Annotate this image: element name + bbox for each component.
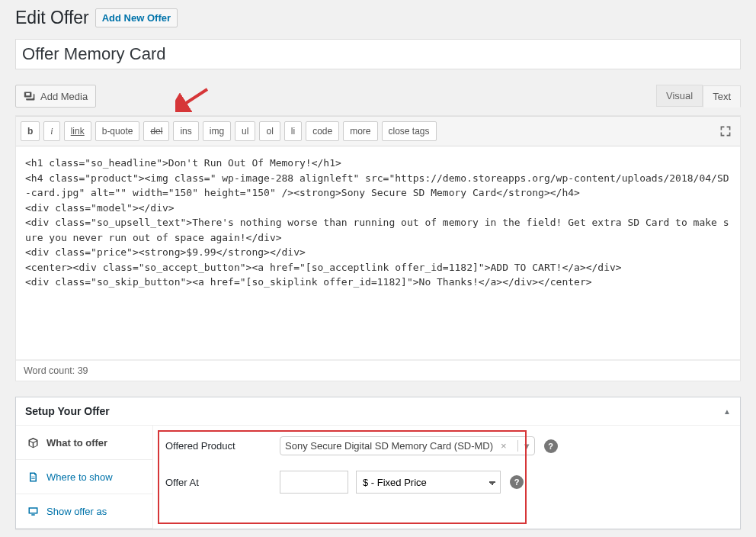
sidetab-label: Where to show <box>46 471 113 483</box>
sidetab-where-to-show[interactable]: Where to show <box>16 460 152 494</box>
toolbar-li-button[interactable]: li <box>284 121 302 141</box>
setup-heading: Setup Your Offer <box>25 405 110 417</box>
sidetab-label: What to offer <box>46 437 107 449</box>
help-icon[interactable]: ? <box>544 439 558 453</box>
fullscreen-icon <box>719 125 732 137</box>
offer-at-type-select[interactable]: $ - Fixed Price <box>356 471 501 494</box>
monitor-icon <box>27 505 39 517</box>
page-title: Edit Offer <box>15 8 89 28</box>
add-media-label: Add Media <box>40 91 88 102</box>
chevron-down-icon[interactable]: ▾ <box>517 440 530 452</box>
sidetab-show-offer-as[interactable]: Show offer as <box>16 494 152 529</box>
media-icon <box>24 90 36 102</box>
offered-product-select[interactable]: Sony Secure Digital SD Memory Card (SD-M… <box>280 436 535 455</box>
toolbar-ol-button[interactable]: ol <box>259 121 280 141</box>
toolbar-bquote-button[interactable]: b-quote <box>95 121 140 141</box>
collapse-toggle[interactable]: ▲ <box>723 407 731 416</box>
add-media-button[interactable]: Add Media <box>15 85 96 108</box>
tab-visual[interactable]: Visual <box>656 85 703 107</box>
toolbar-bold-button[interactable]: b <box>21 121 40 141</box>
sidetab-label: Show offer as <box>46 506 107 517</box>
toolbar-ins-button[interactable]: ins <box>173 121 198 141</box>
help-icon[interactable]: ? <box>510 475 524 489</box>
toolbar-del-button[interactable]: del <box>143 121 169 141</box>
editor-toolbar: b i link b-quote del ins img ul ol li co… <box>16 116 740 146</box>
offer-at-label: Offer At <box>165 477 280 488</box>
offered-product-value: Sony Secure Digital SD Memory Card (SD-M… <box>285 440 493 452</box>
editor-textarea[interactable]: <h1 class="so_headline">Don't Run Out Of… <box>16 146 740 360</box>
toolbar-more-button[interactable]: more <box>343 121 377 141</box>
sidetab-what-to-offer[interactable]: What to offer <box>16 426 152 460</box>
offer-title-input[interactable] <box>15 39 741 69</box>
toolbar-link-button[interactable]: link <box>64 121 91 141</box>
fullscreen-button[interactable] <box>716 121 735 141</box>
offered-product-label: Offered Product <box>165 440 280 452</box>
toolbar-ul-button[interactable]: ul <box>235 121 255 141</box>
word-count-label: Word count: 39 <box>16 360 740 381</box>
toolbar-code-button[interactable]: code <box>306 121 339 141</box>
clear-selection-icon[interactable]: × <box>498 440 510 452</box>
toolbar-italic-button[interactable]: i <box>43 121 59 141</box>
toolbar-closetags-button[interactable]: close tags <box>382 121 437 141</box>
document-icon <box>27 471 39 483</box>
add-new-offer-button[interactable]: Add New Offer <box>95 8 178 27</box>
tab-text[interactable]: Text <box>703 85 741 108</box>
offer-at-amount-input[interactable] <box>280 471 348 494</box>
cube-icon <box>27 436 39 449</box>
toolbar-img-button[interactable]: img <box>203 121 231 141</box>
